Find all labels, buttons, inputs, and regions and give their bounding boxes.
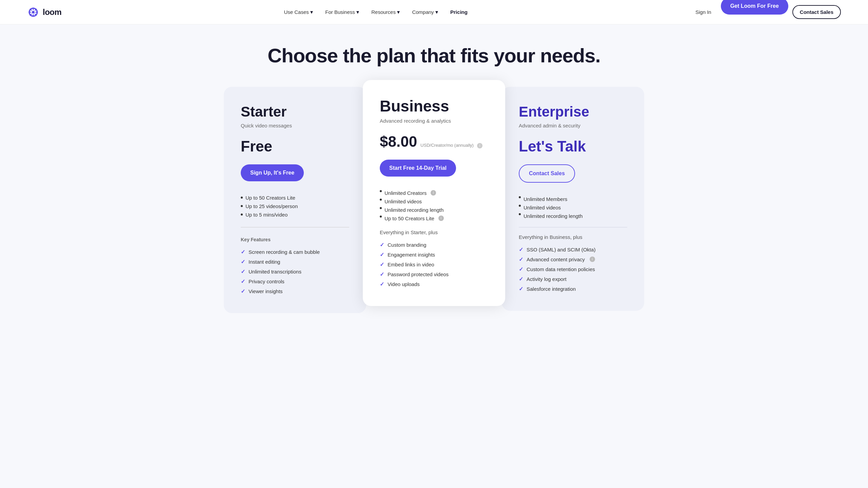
contact-sales-nav-button[interactable]: Contact Sales [792, 5, 841, 19]
business-plan-name: Business [380, 97, 488, 115]
business-plan-card: Business Advanced recording & analytics … [363, 80, 505, 306]
enterprise-plan-card: Enterprise Advanced admin & security Let… [502, 87, 644, 311]
check-icon: ✓ [519, 276, 523, 282]
starter-basic-features: Up to 50 Creators Lite Up to 25 videos/p… [241, 194, 349, 227]
bullet-icon [380, 199, 382, 201]
bullet-icon [519, 196, 521, 198]
enterprise-check-1: ✓ SSO (SAML) and SCIM (Okta) [519, 245, 627, 255]
check-icon: ✓ [519, 256, 523, 263]
business-plan-tagline: Advanced recording & analytics [380, 118, 488, 124]
bullet-icon [241, 205, 243, 207]
starter-feature-2: Up to 25 videos/person [241, 202, 349, 210]
starter-feature-3: Up to 5 mins/video [241, 210, 349, 219]
enterprise-check-4: ✓ Activity log export [519, 274, 627, 284]
creators-lite-info-icon[interactable]: i [438, 216, 444, 221]
business-bullet-2: Unlimited videos [380, 197, 488, 206]
starter-plan-tagline: Quick video messages [241, 123, 349, 128]
check-icon: ✓ [519, 286, 523, 292]
nav-item-use-cases[interactable]: Use Cases ▾ [284, 9, 313, 15]
enterprise-bullet-features: Unlimited Members Unlimited videos Unlim… [519, 195, 627, 220]
advanced-content-privacy-info-icon[interactable]: i [590, 257, 595, 262]
business-everything-plus: Everything in Starter, plus [380, 229, 488, 235]
business-bullet-3: Unlimited recording length [380, 206, 488, 214]
enterprise-plan-tagline: Advanced admin & security [519, 123, 627, 128]
check-icon: ✓ [380, 271, 384, 278]
bullet-icon [380, 216, 382, 218]
signin-link[interactable]: Sign In [690, 6, 717, 18]
business-check-4: ✓ Password protected videos [380, 269, 488, 279]
enterprise-price: Let's Talk [519, 138, 627, 155]
check-icon: ✓ [241, 249, 245, 255]
navbar: loom Use Cases ▾ For Business ▾ Resource… [0, 0, 868, 24]
enterprise-cta-button[interactable]: Contact Sales [519, 164, 575, 183]
enterprise-bullet-2: Unlimited videos [519, 203, 627, 212]
bullet-icon [380, 207, 382, 209]
bullet-icon [519, 213, 521, 215]
business-bullet-4: Up to 50 Creators Lite i [380, 214, 488, 223]
business-bullet-1: Unlimited Creators i [380, 189, 488, 197]
enterprise-everything-plus: Everything in Business, plus [519, 234, 627, 240]
starter-check-1: ✓ Screen recording & cam bubble [241, 247, 349, 257]
starter-check-2: ✓ Instant editing [241, 257, 349, 267]
starter-plan-name: Starter [241, 104, 349, 120]
starter-check-features: ✓ Screen recording & cam bubble ✓ Instan… [241, 247, 349, 296]
hero-section: Choose the plan that fits your needs. [0, 24, 868, 73]
bullet-icon [241, 214, 243, 216]
nav-item-pricing[interactable]: Pricing [450, 9, 468, 15]
key-features-label: Key Features [241, 237, 349, 242]
unlimited-creators-info-icon[interactable]: i [431, 190, 436, 196]
starter-price: Free [241, 138, 349, 155]
logo-text: loom [43, 7, 61, 17]
loom-logo-icon [27, 6, 39, 18]
starter-cta-button[interactable]: Sign Up, It's Free [241, 164, 304, 181]
check-icon: ✓ [380, 242, 384, 248]
business-check-2: ✓ Engagement insights [380, 250, 488, 260]
business-check-1: ✓ Custom branding [380, 240, 488, 250]
nav-item-resources[interactable]: Resources ▾ [371, 9, 400, 15]
enterprise-check-2: ✓ Advanced content privacy i [519, 255, 627, 264]
check-icon: ✓ [380, 261, 384, 268]
business-cta-button[interactable]: Start Free 14-Day Trial [380, 160, 456, 177]
starter-check-5: ✓ Viewer insights [241, 286, 349, 296]
hero-title: Choose the plan that fits your needs. [7, 45, 861, 66]
enterprise-check-5: ✓ Salesforce integration [519, 284, 627, 294]
check-icon: ✓ [380, 281, 384, 287]
nav-cta-group: Sign In Get Loom For Free Contact Sales [690, 0, 841, 27]
business-price: $8.00 [380, 133, 417, 150]
check-icon: ✓ [241, 288, 245, 294]
svg-point-9 [32, 11, 35, 14]
business-check-3: ✓ Embed links in video [380, 260, 488, 269]
business-price-row: $8.00 USD/Creator/mo (annually) i [380, 133, 488, 150]
get-loom-button[interactable]: Get Loom For Free [721, 0, 788, 15]
enterprise-divider [519, 227, 627, 227]
enterprise-bullet-3: Unlimited recording length [519, 212, 627, 220]
check-icon: ✓ [519, 246, 523, 253]
business-price-sub: USD/Creator/mo (annually) [420, 143, 474, 148]
business-check-features: ✓ Custom branding ✓ Engagement insights … [380, 240, 488, 289]
business-check-5: ✓ Video uploads [380, 279, 488, 289]
check-icon: ✓ [380, 251, 384, 258]
enterprise-bullet-1: Unlimited Members [519, 195, 627, 203]
business-bullet-features: Unlimited Creators i Unlimited videos Un… [380, 189, 488, 223]
starter-check-3: ✓ Unlimited transcriptions [241, 267, 349, 277]
logo[interactable]: loom [27, 6, 61, 18]
enterprise-plan-name: Enterprise [519, 104, 627, 120]
starter-check-4: ✓ Privacy controls [241, 277, 349, 286]
nav-links: Use Cases ▾ For Business ▾ Resources ▾ C… [284, 9, 467, 15]
check-icon: ✓ [241, 278, 245, 285]
check-icon: ✓ [519, 266, 523, 272]
bullet-icon [380, 190, 382, 192]
nav-item-company[interactable]: Company ▾ [412, 9, 438, 15]
price-info-icon[interactable]: i [477, 143, 482, 148]
nav-item-for-business[interactable]: For Business ▾ [325, 9, 359, 15]
pricing-section: Starter Quick video messages Free Sign U… [197, 73, 671, 333]
bullet-icon [241, 197, 243, 199]
check-icon: ✓ [241, 268, 245, 275]
enterprise-check-3: ✓ Custom data retention policies [519, 264, 627, 274]
bullet-icon [519, 205, 521, 207]
check-icon: ✓ [241, 259, 245, 265]
enterprise-check-features: ✓ SSO (SAML) and SCIM (Okta) ✓ Advanced … [519, 245, 627, 294]
starter-feature-1: Up to 50 Creators Lite [241, 194, 349, 202]
starter-plan-card: Starter Quick video messages Free Sign U… [224, 87, 366, 313]
